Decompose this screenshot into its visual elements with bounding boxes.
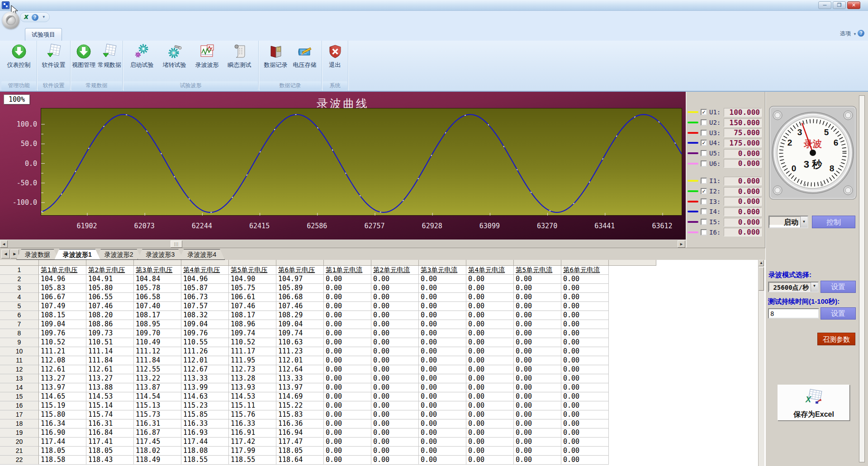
customize-toolbar-chevron-icon[interactable]: ▼ — [42, 15, 46, 19]
sheet-tab[interactable]: 录波波形2 — [96, 249, 142, 260]
table-cell: 0.00 — [324, 401, 371, 410]
waveform-record-button[interactable]: 录波波形 — [191, 42, 223, 69]
channel-color-swatch — [688, 152, 698, 154]
table-cell: 115.76 — [229, 410, 276, 419]
minimize-button[interactable]: ─ — [818, 1, 831, 9]
table-scroll-up-button[interactable]: ▲ — [759, 260, 764, 266]
sheet-tab[interactable]: 录波波形3 — [138, 249, 184, 260]
table-cell: 108.17 — [229, 311, 276, 320]
column-header: 第3单元电压 — [134, 266, 181, 275]
channel-checkbox[interactable]: ✓ — [701, 109, 707, 115]
tab-test-items[interactable]: 试验项目 — [25, 28, 62, 41]
table-cell: 118.05 — [276, 447, 324, 456]
channel-checkbox[interactable]: ✓ — [701, 188, 707, 194]
general-data-button[interactable]: 常规数据 — [97, 42, 123, 69]
dropdown-arrow-icon[interactable]: ▼ — [811, 282, 818, 292]
table-cell: 0.00 — [561, 456, 609, 465]
start-mode-select[interactable]: 启动 ▼ — [768, 216, 808, 228]
help-icon[interactable]: ? — [858, 30, 864, 37]
channel-checkbox[interactable] — [701, 130, 707, 136]
channel-checkbox[interactable] — [701, 198, 707, 205]
data-record-button[interactable]: 数据记录 — [261, 42, 290, 69]
table-cell: 107.57 — [181, 302, 229, 311]
table-vertical-scrollbar[interactable]: ▲ — [758, 260, 764, 466]
set-mode-button[interactable]: 设置 — [821, 281, 856, 293]
row-number: 3 — [0, 284, 39, 293]
table-cell: 0.00 — [371, 410, 419, 419]
channel-checkbox[interactable] — [701, 229, 707, 235]
table-cell: 0.00 — [371, 302, 419, 311]
save-as-excel-button[interactable]: X 保存为Excel — [778, 385, 850, 421]
channel-value: 0.000 — [724, 218, 762, 226]
channel-checkbox[interactable] — [701, 150, 707, 156]
table-cell: 0.00 — [466, 392, 514, 401]
options-menu[interactable]: 选项 — [840, 30, 851, 38]
maximize-button[interactable]: ❐ — [833, 1, 846, 9]
legend-row: ✓U4:175.000 — [687, 138, 766, 148]
meter-control-button[interactable]: 仪表控制 — [3, 42, 35, 69]
table-cell: 110.63 — [276, 338, 324, 347]
row-number: 17 — [0, 410, 39, 419]
channel-value: 175.000 — [724, 139, 762, 147]
recall-parameters-button[interactable]: 召测参数 — [817, 333, 855, 345]
tabs-scroll-left-button[interactable]: ◄ — [1, 249, 10, 259]
zoom-level-badge[interactable]: 100% — [4, 94, 30, 104]
view-management-button[interactable]: 视图管理 — [71, 42, 97, 69]
gears-icon — [134, 43, 150, 60]
table-cell: 0.00 — [561, 447, 609, 456]
table-cell: 112.61 — [39, 365, 86, 374]
close-button[interactable]: ✕ — [847, 1, 860, 9]
column-header: 第5单元电压 — [229, 266, 276, 275]
channel-value: 0.000 — [724, 197, 762, 206]
x-tick-label: 62244 — [192, 222, 212, 230]
waveform-chart-panel: 录波曲线 100% 100.050.00.0-50.0-100.0 619026… — [0, 92, 686, 240]
record-mode-select[interactable]: 25600点/秒 ▼ — [768, 282, 819, 292]
table-scrollbar-thumb[interactable] — [759, 267, 764, 291]
sheet-tab[interactable]: 录波波形4 — [179, 249, 225, 260]
sheet-tab[interactable]: 录波波形1 — [54, 249, 100, 260]
channel-value: 150.000 — [724, 118, 762, 127]
channel-checkbox[interactable] — [701, 160, 707, 167]
chart-horizontal-scrollbar[interactable]: ◄ ||| ► — [0, 240, 686, 248]
channel-checkbox[interactable] — [701, 119, 707, 126]
table-cell: 0.00 — [561, 383, 609, 392]
dropdown-arrow-icon[interactable]: ▼ — [800, 217, 807, 227]
channel-checkbox[interactable] — [701, 219, 707, 225]
scrollbar-thumb[interactable]: ||| — [171, 240, 182, 248]
control-button[interactable]: 控制 — [812, 216, 855, 228]
voltage-storage-button[interactable]: 电压存储 — [290, 42, 319, 69]
table-cell: 109.70 — [134, 329, 181, 338]
table-cell: 0.00 — [371, 311, 419, 320]
channel-checkbox[interactable] — [701, 208, 707, 215]
excel-icon[interactable]: X — [24, 13, 28, 21]
table-cell: 0.00 — [324, 311, 371, 320]
channel-checkbox[interactable] — [701, 178, 707, 184]
exit-button[interactable]: 退出 — [323, 42, 347, 69]
duration-input[interactable]: 8 — [768, 308, 819, 319]
table-cell: 0.00 — [324, 275, 371, 284]
locked-rotor-test-button[interactable]: 堵转试验 — [158, 42, 191, 69]
transient-test-button[interactable]: 瞬态测试 — [223, 42, 256, 69]
table-cell: 111.21 — [39, 347, 86, 356]
table-cell: 118.08 — [181, 447, 229, 456]
software-settings-button[interactable]: 软件设置 — [38, 42, 70, 69]
help-icon[interactable]: ? — [32, 14, 38, 21]
table-cell: 116.90 — [39, 428, 86, 438]
x-tick-label: 61902 — [76, 222, 97, 230]
options-chevron-icon[interactable]: ▼ — [853, 33, 857, 36]
table-cell: 0.00 — [371, 275, 419, 284]
table-cell: 115.14 — [86, 401, 134, 410]
scroll-right-button[interactable]: ► — [678, 240, 685, 248]
table-row: 10111.21111.14111.12111.26111.17111.230.… — [0, 347, 609, 356]
scroll-left-button[interactable]: ◄ — [0, 240, 8, 248]
table-cell: 112.08 — [39, 356, 86, 365]
set-duration-button[interactable]: 设置 — [821, 307, 856, 320]
panel-scrollbar[interactable] — [859, 95, 865, 462]
table-cell: 0.00 — [561, 401, 609, 410]
ribbon-group-system: 退出 系统 — [322, 41, 348, 91]
table-cell: 111.17 — [229, 347, 276, 356]
sheet-tab[interactable]: 录波数据 — [16, 249, 59, 260]
channel-checkbox[interactable]: ✓ — [701, 140, 707, 146]
start-test-button[interactable]: 启动试验 — [126, 42, 158, 69]
svg-text:X: X — [805, 395, 811, 404]
